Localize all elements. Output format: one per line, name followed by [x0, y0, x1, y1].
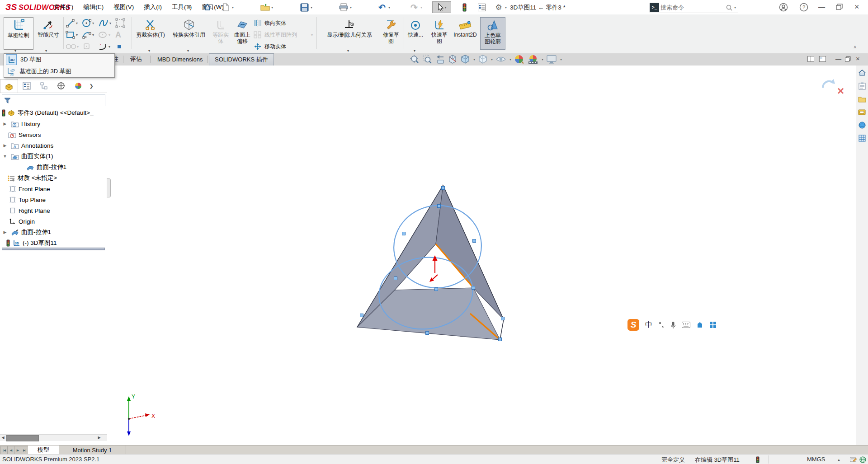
menu-insert[interactable]: 插入(I) [144, 3, 162, 11]
graphics-viewport[interactable]: Y X [107, 66, 856, 445]
search-input[interactable] [660, 4, 726, 11]
tree-item-surface-extrude[interactable]: ▶ 曲面-拉伸1 [0, 227, 107, 238]
zoom-to-area-icon[interactable] [422, 54, 432, 64]
space-handle-arrows[interactable] [429, 255, 438, 282]
expander-icon[interactable]: ▼ [3, 154, 7, 159]
tab-propertymanager[interactable] [18, 80, 35, 93]
rapid-sketch-button[interactable]: 快速草图 [429, 17, 450, 49]
line-tool[interactable]: ▾ [66, 18, 78, 28]
convert-entities-button[interactable]: 转换实体引用 [169, 17, 209, 49]
ime-grid-icon[interactable] [709, 321, 717, 328]
tab-dimxpertmanager[interactable] [52, 80, 70, 93]
search-icon[interactable] [726, 4, 733, 11]
tree-filter[interactable] [2, 94, 105, 106]
cancel-sketch-icon[interactable]: × [837, 84, 844, 98]
arc-flyout-arrow[interactable]: ▾ [92, 33, 94, 37]
move-entities-button[interactable]: 移动实体 [253, 42, 286, 52]
home-button[interactable] [202, 2, 213, 13]
previous-view-icon[interactable] [435, 54, 445, 64]
tree-item-annotations[interactable]: ▶ A Annotations [0, 140, 107, 151]
view-settings-arrow[interactable]: ▾ [560, 57, 562, 61]
sketch-picture-tool[interactable] [115, 18, 125, 28]
menu-item-3d-sketch-on-plane[interactable]: 3D 基准面上的 3D 草图 [4, 66, 114, 77]
surface-offset-button[interactable]: 曲面上偏移 [231, 17, 253, 49]
taskpane-design-library-button[interactable] [856, 93, 868, 105]
relations-flyout-arrow[interactable]: ▾ [347, 49, 349, 53]
convert-flyout-arrow[interactable]: ▾ [187, 49, 189, 53]
solidworks-s-logo[interactable]: S [627, 319, 639, 331]
units-dropdown-arrow[interactable]: ▲ [837, 458, 840, 461]
quick-snaps-button[interactable]: 快速... [406, 17, 425, 49]
section-view-icon[interactable] [448, 54, 458, 64]
ribbon-collapse-arrow[interactable]: ˄ [854, 44, 856, 50]
edit-appearance-icon[interactable] [514, 54, 525, 64]
rebuild-button[interactable] [458, 2, 470, 13]
panel-splitter-grip[interactable] [107, 178, 111, 197]
menu-view[interactable]: 视图(V) [113, 3, 134, 11]
tab-evaluate[interactable]: 评估 [125, 53, 147, 65]
new-document-button[interactable] [220, 2, 231, 13]
sketch-button[interactable]: 草图绘制 [4, 17, 33, 50]
tab-featuremanager[interactable] [0, 79, 18, 93]
tab-mbd-dimensions[interactable]: MBD Dimensions [152, 53, 208, 65]
redo-button[interactable]: ↷ [408, 2, 420, 13]
account-button[interactable] [779, 3, 788, 12]
options-button[interactable]: ⚙ [493, 2, 505, 13]
ime-punctuation-icon[interactable] [658, 321, 665, 328]
smart-dimension-flyout-arrow[interactable]: ▾ [45, 49, 47, 53]
doc-minimize-button[interactable]: — [835, 56, 841, 62]
tree-item-3d-sketch[interactable]: 3D (-) 3D草图11 [0, 238, 107, 248]
print-dropdown-arrow[interactable]: ▾ [350, 5, 352, 9]
taskpane-resources-button[interactable] [856, 80, 868, 92]
menu-item-3d-sketch[interactable]: 3D 3D 草图 [4, 54, 114, 66]
shaded-sketch-contours-button[interactable]: 上色草图轮廓 [480, 17, 505, 50]
menu-file[interactable]: 文件(F) [53, 3, 73, 11]
options-dropdown-arrow[interactable]: ▾ [505, 5, 507, 9]
undo-dropdown-arrow[interactable]: ▾ [388, 5, 390, 9]
web-globe-icon[interactable] [859, 456, 866, 463]
taskpane-home-button[interactable] [856, 67, 868, 79]
apply-scene-arrow[interactable]: ▾ [542, 57, 543, 61]
rectangle-flyout-arrow[interactable]: ▾ [76, 33, 78, 37]
spline-tool[interactable]: ▾ [98, 18, 111, 28]
expander-icon[interactable]: ▶ [3, 143, 7, 148]
tab-configurationmanager[interactable] [35, 80, 52, 93]
tab-motion-study-1[interactable]: Motion Study 1 [59, 445, 126, 455]
tab-solidworks-addins[interactable]: SOLIDWORKS 插件 [209, 53, 274, 66]
trim-entities-button[interactable]: 剪裁实体(T) [134, 17, 167, 49]
keyboard-icon[interactable] [682, 322, 690, 328]
open-button[interactable] [259, 2, 271, 13]
fillet-tool[interactable]: × ▾ [98, 42, 110, 52]
save-button[interactable] [298, 2, 310, 13]
properties-button[interactable] [476, 2, 487, 13]
menu-edit[interactable]: 编辑(E) [83, 3, 104, 11]
undo-button[interactable]: ↶ [376, 2, 388, 13]
command-search[interactable]: >_ ▾ [649, 2, 738, 13]
tree-item-history[interactable]: ▶ History [0, 118, 107, 129]
tree-item-origin[interactable]: Origin [0, 216, 107, 227]
rectangle-tool[interactable]: ▾ [66, 30, 78, 40]
pane-single-icon[interactable] [819, 56, 826, 62]
new-dropdown-arrow[interactable]: ▾ [232, 5, 234, 9]
ime-language-indicator[interactable]: 中 [645, 320, 652, 330]
display-style-icon[interactable] [478, 54, 488, 64]
rollback-bar[interactable] [2, 248, 105, 250]
taskpane-file-explorer-button[interactable] [856, 106, 868, 118]
spline-flyout-arrow[interactable]: ▾ [109, 21, 111, 25]
scroll-right-arrow[interactable]: ▶ [96, 435, 102, 441]
print-button[interactable] [338, 2, 349, 13]
hide-show-items-icon[interactable] [495, 54, 506, 64]
tree-item-material[interactable]: 材质 <未指定> [0, 173, 107, 183]
sketch-flyout-arrow[interactable]: ▾ [14, 49, 16, 53]
ime-tool-icon[interactable] [696, 321, 703, 328]
zoom-to-fit-icon[interactable] [410, 54, 420, 64]
units-selector[interactable]: MMGS [807, 456, 825, 463]
microphone-icon[interactable] [670, 321, 676, 329]
mirror-entities-button[interactable]: 镜向实体 [253, 18, 286, 28]
restore-button[interactable] [836, 4, 843, 10]
tab-model[interactable]: 模型 [28, 445, 59, 455]
view-settings-icon[interactable] [546, 54, 557, 64]
taskpane-custom-properties-button[interactable] [856, 132, 868, 144]
point-tool[interactable] [117, 42, 122, 52]
tree-item-surface-bodies-folder[interactable]: ▼ 曲面实体(1) [0, 151, 107, 162]
